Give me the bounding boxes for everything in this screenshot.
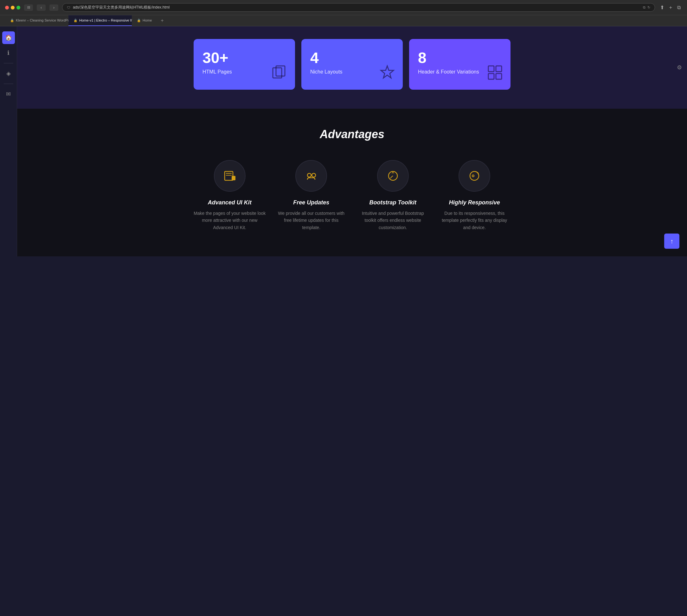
url-text: ads/深色星空宇宙天文类多用途网站HTML模板/index.html [73,5,170,10]
new-tab-icon[interactable]: + [157,15,167,26]
sidebar-divider-2 [4,84,13,84]
updates-icon-circle [295,160,327,192]
svg-point-15 [472,175,474,177]
advantage-desc-ui-kit: Make the pages of your website look more… [194,210,266,231]
sidebar-item-layers[interactable]: ◈ [2,67,15,80]
tab-1-label: Home-v1 | Electro – Responsive Website T… [79,18,132,22]
layers-icon: ◈ [6,70,11,77]
scroll-to-top-button[interactable]: ↑ [664,234,680,249]
share-button[interactable]: ⬆ [659,4,665,11]
settings-gear-icon[interactable]: ⚙ [677,64,682,71]
home-icon: 🏠 [5,34,12,41]
share-icon: ⧉ [643,5,645,9]
stat-number-variations: 8 [418,49,502,67]
svg-rect-4 [496,66,502,72]
security-icon: 🛡 [67,6,70,9]
svg-rect-6 [496,73,502,79]
svg-rect-5 [488,73,494,79]
advantage-item-bootstrap: Bootstrap Toolkit Intuitive and powerful… [357,160,429,231]
tab-0-favicon: 🔒 [10,19,14,22]
tab-1[interactable]: 🔒 Home-v1 | Electro – Responsive Website… [68,15,132,26]
advantages-title: Advantages [36,128,668,141]
bootstrap-icon-circle [377,160,409,192]
advantage-title-bootstrap: Bootstrap Toolkit [370,199,416,206]
svg-rect-3 [488,66,494,72]
info-icon: ℹ [7,49,9,57]
traffic-lights [5,6,20,9]
windows-button[interactable]: ⧉ [676,4,682,11]
advantage-item-updates: Free Updates We provide all our customer… [275,160,348,231]
forward-button[interactable]: › [49,4,58,11]
tab-2-favicon: 🔒 [137,19,141,22]
advantage-title-ui-kit: Advanced UI Kit [208,199,251,206]
tab-2-label: Home [142,18,152,22]
sidebar-item-mail[interactable]: ✉ [2,88,15,101]
advantage-item-ui-kit: Advanced UI Kit Make the pages of your w… [194,160,266,231]
svg-point-12 [312,173,316,177]
svg-rect-10 [231,176,236,180]
advantage-desc-bootstrap: Intuitive and powerful Bootstrap toolkit… [357,210,429,231]
scroll-top-icon: ↑ [670,238,673,245]
refresh-icon: ↻ [647,5,650,9]
browser-chrome: ⊟ ‹ › 🛡 ads/深色星空宇宙天文类多用途网站HTML模板/index.h… [0,0,687,15]
responsive-icon-circle [459,160,490,192]
close-button[interactable] [5,6,9,9]
grid-icon [487,65,503,83]
pages-icon [271,65,287,83]
advantage-desc-responsive: Due to its responsiveness, this template… [439,210,511,231]
tab-2[interactable]: 🔒 Home [132,15,157,26]
maximize-button[interactable] [17,6,20,9]
star-icon [379,65,395,83]
advantage-desc-updates: We provide all our customers with free l… [275,210,348,231]
stat-card-variations: 8 Header & Footer Variations [409,39,510,90]
left-sidebar: 🏠 ℹ ◈ ✉ [0,26,17,256]
svg-marker-2 [381,66,394,78]
stats-grid: 30+ HTML Pages 4 Niche Layouts [194,39,510,90]
sidebar-toggle-button[interactable]: ⊟ [24,4,33,11]
sidebar-item-info[interactable]: ℹ [2,47,15,59]
ui-kit-icon-circle [214,160,246,192]
top-section: 30+ HTML Pages 4 Niche Layouts [17,26,687,109]
stat-number-pages: 30+ [202,49,286,67]
browser-actions: ⬆ + ⧉ [659,4,682,11]
stat-card-layouts: 4 Niche Layouts [301,39,403,90]
content-area: 30+ HTML Pages 4 Niche Layouts [17,26,687,256]
address-bar-icons: ⧉ ↻ [643,5,650,9]
tab-0[interactable]: 🔒 Kleenr – Cleaning Service WordPress Th… [5,15,68,26]
stat-card-pages: 30+ HTML Pages [194,39,295,90]
mail-icon: ✉ [6,91,11,97]
tab-1-favicon: 🔒 [73,19,77,22]
stat-number-layouts: 4 [310,49,394,67]
main-wrapper: 🏠 ℹ ◈ ✉ 30+ HTML Pages [0,26,687,256]
tab-0-label: Kleenr – Cleaning Service WordPress Them… [16,18,68,22]
address-bar[interactable]: 🛡 ads/深色星空宇宙天文类多用途网站HTML模板/index.html ⧉ … [62,3,655,12]
advantage-title-responsive: Highly Responsive [449,199,500,206]
back-button[interactable]: ‹ [37,4,46,11]
svg-point-11 [307,173,311,177]
sidebar-item-home[interactable]: 🏠 [2,31,15,44]
browser-tabs: 🔒 Kleenr – Cleaning Service WordPress Th… [0,15,687,26]
bottom-section: Advantages Advanced UI Kit Make the page… [17,109,687,256]
advantages-grid: Advanced UI Kit Make the pages of your w… [194,160,510,231]
advantage-title-updates: Free Updates [293,199,329,206]
sidebar-divider [4,63,13,63]
new-tab-button[interactable]: + [668,4,673,11]
minimize-button[interactable] [11,6,15,9]
advantage-item-responsive: Highly Responsive Due to its responsiven… [439,160,511,231]
